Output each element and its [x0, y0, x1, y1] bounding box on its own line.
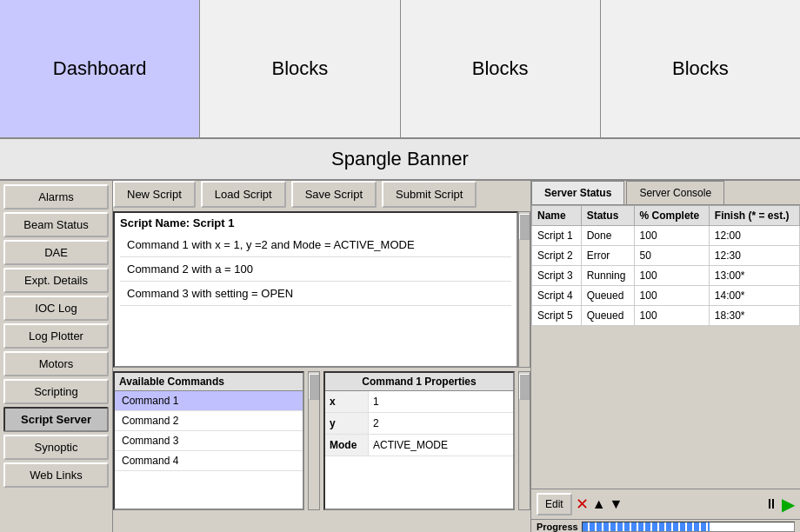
progress-area: Progress: [531, 519, 800, 532]
sidebar-item-script-server[interactable]: Script Server: [3, 407, 109, 432]
main-area: Alarms Beam Status DAE Expt. Details IOC…: [0, 181, 800, 532]
sidebar-item-alarms[interactable]: Alarms: [3, 184, 109, 209]
commands-scrollbar[interactable]: [308, 371, 320, 510]
sidebar-item-expt-details[interactable]: Expt. Details: [3, 268, 109, 293]
cell-status-3: Queued: [581, 286, 634, 306]
cell-name-3: Script 4: [532, 286, 582, 306]
sidebar-item-synoptic[interactable]: Synoptic: [3, 435, 109, 460]
progress-label: Progress: [537, 522, 578, 532]
server-controls: Edit ✕ ▲ ▼ ⏸ ▶: [531, 489, 800, 519]
cell-status-2: Running: [581, 266, 634, 286]
tab-server-status[interactable]: Server Status: [531, 181, 624, 204]
editor-scrollbar[interactable]: [518, 211, 530, 368]
edit-button[interactable]: Edit: [537, 493, 572, 515]
prop-value-mode[interactable]: ACTIVE_MODE: [369, 435, 513, 456]
prop-label-y: y: [325, 413, 369, 434]
play-icon[interactable]: ▶: [782, 494, 795, 515]
command-props-header: Command 1 Properties: [325, 373, 513, 391]
server-status-table: Name Status % Complete Finish (* = est.)…: [531, 205, 800, 489]
available-commands-header: Available Commands: [115, 373, 303, 391]
tab-blocks-3[interactable]: Blocks: [601, 0, 800, 137]
command-item-1[interactable]: Command 2: [115, 411, 303, 431]
mid-content: New Script Load Script Save Script Submi…: [113, 181, 530, 532]
script-editor[interactable]: Script Name: Script 1 Command 1 with x =…: [113, 211, 518, 368]
prop-value-y[interactable]: 2: [369, 413, 513, 434]
cell-name-0: Script 1: [532, 226, 582, 246]
cell-complete-3: 100: [634, 286, 709, 306]
commands-scroll-thumb[interactable]: [309, 374, 319, 400]
cell-status-1: Error: [581, 246, 634, 266]
top-nav: Dashboard Blocks Blocks Blocks: [0, 0, 800, 139]
load-script-button[interactable]: Load Script: [201, 181, 286, 208]
tab-dashboard[interactable]: Dashboard: [0, 0, 200, 137]
script-toolbar: New Script Load Script Save Script Submi…: [113, 181, 530, 208]
col-status: Status: [581, 206, 634, 226]
save-script-button[interactable]: Save Script: [291, 181, 377, 208]
new-script-button[interactable]: New Script: [113, 181, 196, 208]
cell-name-4: Script 5: [532, 306, 582, 326]
prop-row-x: x 1: [325, 391, 513, 413]
sidebar-item-motors[interactable]: Motors: [3, 351, 109, 376]
sidebar-item-dae[interactable]: DAE: [3, 240, 109, 265]
cell-complete-2: 100: [634, 266, 709, 286]
command-item-3[interactable]: Command 4: [115, 451, 303, 471]
col-name: Name: [532, 206, 582, 226]
table-row[interactable]: Script 1 Done 100 12:00: [532, 226, 800, 246]
command-list: Command 1 Command 2 Command 3 Command 4: [115, 391, 303, 509]
editor-area: Script Name: Script 1 Command 1 with x =…: [113, 211, 530, 368]
down-arrow-icon[interactable]: ▼: [610, 496, 623, 512]
table-row[interactable]: Script 4 Queued 100 14:00*: [532, 286, 800, 306]
col-complete: % Complete: [634, 206, 709, 226]
table-row[interactable]: Script 5 Queued 100 18:30*: [532, 306, 800, 326]
delete-icon[interactable]: ✕: [576, 495, 589, 514]
prop-value-x[interactable]: 1: [369, 391, 513, 412]
cell-status-4: Queued: [581, 306, 634, 326]
props-scrollbar[interactable]: [518, 371, 530, 510]
submit-script-button[interactable]: Submit Script: [382, 181, 477, 208]
prop-label-x: x: [325, 391, 369, 412]
server-tabs: Server Status Server Console: [531, 181, 800, 205]
progress-bar-container: [582, 522, 795, 532]
cell-status-0: Done: [581, 226, 634, 246]
cell-finish-4: 18:30*: [709, 306, 799, 326]
command-item-0[interactable]: Command 1: [115, 391, 303, 411]
cell-finish-2: 13:00*: [709, 266, 799, 286]
editor-scroll-thumb[interactable]: [519, 214, 530, 240]
prop-table: x 1 y 2 Mode ACTIVE_MODE: [325, 391, 513, 509]
progress-bar-fill: [583, 522, 710, 531]
col-finish: Finish (* = est.): [709, 206, 799, 226]
sidebar-item-ioc-log[interactable]: IOC Log: [3, 296, 109, 321]
tab-server-console[interactable]: Server Console: [626, 181, 724, 204]
cell-finish-3: 14:00*: [709, 286, 799, 306]
props-scroll-thumb[interactable]: [519, 374, 530, 400]
command-item-2[interactable]: Command 3: [115, 431, 303, 451]
tab-blocks-1[interactable]: Blocks: [200, 0, 400, 137]
sidebar-item-log-plotter[interactable]: Log Plotter: [3, 323, 109, 349]
cell-name-2: Script 3: [532, 266, 582, 286]
bottom-area: Available Commands Command 1 Command 2 C…: [113, 371, 530, 510]
cell-complete-0: 100: [634, 226, 709, 246]
script-command-2: Command 3 with setting = OPEN: [120, 282, 511, 306]
table-row[interactable]: Script 2 Error 50 12:30: [532, 246, 800, 266]
sidebar-item-scripting[interactable]: Scripting: [3, 379, 109, 404]
tab-blocks-2[interactable]: Blocks: [401, 0, 601, 137]
prop-row-mode: Mode ACTIVE_MODE: [325, 435, 513, 456]
script-command-0: Command 1 with x = 1, y =2 and Mode = AC…: [120, 233, 511, 257]
script-command-1: Command 2 with a = 100: [120, 257, 511, 282]
cell-complete-1: 50: [634, 246, 709, 266]
cell-name-1: Script 2: [532, 246, 582, 266]
prop-row-y: y 2: [325, 413, 513, 435]
available-commands-panel: Available Commands Command 1 Command 2 C…: [113, 371, 304, 510]
pause-icon[interactable]: ⏸: [764, 496, 778, 512]
cell-finish-0: 12:00: [709, 226, 799, 246]
table-row[interactable]: Script 3 Running 100 13:00*: [532, 266, 800, 286]
cell-complete-4: 100: [634, 306, 709, 326]
sidebar-item-beam-status[interactable]: Beam Status: [3, 212, 109, 237]
sidebar-item-web-links[interactable]: Web Links: [3, 462, 109, 488]
prop-label-mode: Mode: [325, 435, 369, 456]
command-properties-panel: Command 1 Properties x 1 y 2 Mode ACTIVE…: [323, 371, 515, 510]
sidebar: Alarms Beam Status DAE Expt. Details IOC…: [0, 181, 113, 532]
spangle-banner: Spangle Banner: [0, 139, 800, 181]
cell-finish-1: 12:30: [709, 246, 799, 266]
up-arrow-icon[interactable]: ▲: [592, 496, 606, 512]
